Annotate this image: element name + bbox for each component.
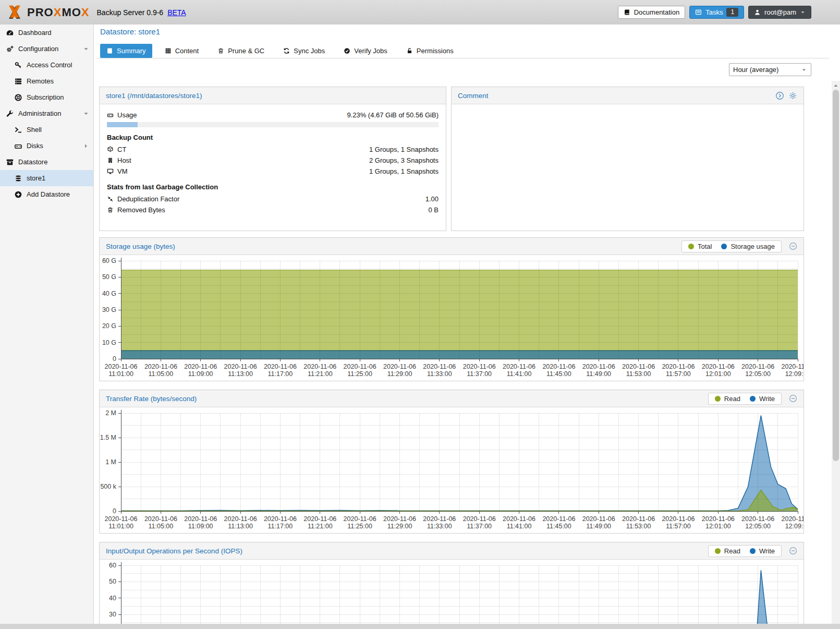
legend-item-write[interactable]: Write [750, 395, 775, 403]
gear-icon[interactable] [788, 91, 797, 100]
svg-text:40 G: 40 G [102, 290, 116, 297]
svg-text:2020-11-06: 2020-11-06 [264, 515, 297, 523]
legend-item-total[interactable]: Total [688, 243, 712, 250]
proxmox-logo-mark [5, 3, 24, 22]
panel-title: Storage usage (bytes) [106, 243, 681, 250]
time-range-select[interactable]: Hour (average) [729, 63, 811, 76]
panel-header: store1 (/mnt/datastores/store1) [100, 87, 446, 104]
trash-icon [107, 207, 114, 213]
svg-text:60: 60 [109, 562, 116, 569]
beta-link[interactable]: BETA [167, 8, 186, 17]
svg-text:2020-11-06: 2020-11-06 [144, 363, 177, 370]
svg-text:11:45:00: 11:45:00 [546, 370, 571, 378]
chevron-right-icon[interactable] [83, 143, 89, 149]
svg-text:2020-11-06: 2020-11-06 [582, 363, 615, 370]
legend-item-read[interactable]: Read [715, 395, 740, 403]
tab-content[interactable]: Content [159, 44, 205, 58]
expand-circle-icon[interactable] [775, 91, 784, 100]
desktop-icon [107, 168, 114, 175]
sidebar-item-remotes[interactable]: Remotes [0, 73, 93, 89]
svg-text:12:01:00: 12:01:00 [705, 370, 731, 378]
svg-text:2020-11-06: 2020-11-06 [662, 363, 695, 370]
sidebar-item-store1[interactable]: store1 [0, 170, 93, 186]
sidebar-item-datastore[interactable]: Datastore [0, 154, 93, 170]
tab-verify-jobs[interactable]: Verify Jobs [337, 44, 394, 58]
sidebar-item-subscription[interactable]: Subscription [0, 89, 93, 105]
vertical-scrollbar[interactable] [832, 81, 840, 624]
sidebar-item-dashboard[interactable]: Dashboard [0, 25, 93, 41]
svg-text:10 G: 10 G [102, 339, 116, 346]
book-icon [106, 47, 113, 54]
svg-text:11:05:00: 11:05:00 [149, 523, 174, 530]
svg-text:11:29:00: 11:29:00 [387, 523, 412, 530]
svg-text:0: 0 [113, 507, 116, 515]
comment-panel: Comment [451, 87, 804, 231]
sidebar-item-administration[interactable]: Administration [0, 105, 93, 122]
sidebar-item-add-datastore[interactable]: Add Datastore [0, 186, 93, 202]
svg-text:2020-11-06: 2020-11-06 [303, 515, 336, 523]
tasks-button[interactable]: Tasks 1 [689, 6, 744, 19]
user-menu-button[interactable]: root@pam [748, 6, 811, 19]
legend-item-read[interactable]: Read [715, 547, 740, 555]
svg-text:2020-11-06: 2020-11-06 [224, 515, 257, 523]
sidebar-item-label: store1 [27, 174, 45, 182]
gears-icon [6, 45, 14, 53]
svg-text:2020-11-06: 2020-11-06 [104, 363, 137, 370]
scrollbar-thumb[interactable] [833, 90, 839, 461]
sidebar-item-label: Datastore [18, 158, 47, 166]
sidebar-item-disks[interactable]: Disks [0, 138, 93, 154]
sidebar-item-shell[interactable]: Shell [0, 122, 93, 138]
svg-text:11:01:00: 11:01:00 [108, 523, 133, 530]
datastore-summary-panel: store1 (/mnt/datastores/store1) Usage 9.… [99, 87, 446, 231]
svg-text:12:01:00: 12:01:00 [705, 523, 731, 530]
usage-value: 9.23% (4.67 GiB of 50.56 GiB) [347, 111, 439, 119]
sidebar-item-label: Dashboard [18, 29, 52, 37]
scrollbar-up-arrow[interactable] [832, 82, 840, 89]
page-title: Datastore: store1 [100, 27, 160, 36]
svg-text:11:53:00: 11:53:00 [626, 523, 651, 530]
sidebar-item-configuration[interactable]: Configuration [0, 41, 93, 57]
grid-icon [165, 47, 172, 54]
tab-summary[interactable]: Summary [100, 44, 152, 58]
svg-text:11:29:00: 11:29:00 [387, 370, 412, 378]
panel-tools [775, 91, 797, 100]
usage-row: Usage 9.23% (4.67 GiB of 50.56 GiB) [107, 110, 439, 120]
svg-text:2020-11-06: 2020-11-06 [741, 515, 774, 523]
svg-text:11:13:00: 11:13:00 [228, 523, 253, 530]
documentation-button[interactable]: Documentation [618, 6, 685, 19]
usage-progress-fill [107, 122, 138, 127]
dashboard-icon [6, 29, 14, 37]
compress-icon [107, 196, 114, 202]
storage-usage-plot: 010 G20 G30 G40 G50 G60 G2020-11-0611:01… [100, 255, 804, 381]
svg-text:30: 30 [109, 611, 116, 618]
legend-dot [750, 548, 756, 554]
svg-text:0: 0 [113, 355, 116, 362]
tab-permissions[interactable]: Permissions [400, 44, 460, 58]
app: PROXMOX Backup Server 0.9-6 BETA Documen… [0, 0, 840, 629]
key-icon [14, 61, 22, 69]
panel-header: Transfer Rate (bytes/second) ReadWrite [100, 390, 804, 407]
collapse-panel-icon[interactable] [789, 242, 797, 250]
chevron-down-icon[interactable] [83, 111, 89, 117]
tab-prune-gc[interactable]: Prune & GC [211, 44, 271, 58]
collapse-panel-icon[interactable] [789, 394, 797, 403]
panel-title: Input/Output Operations per Second (IOPS… [106, 547, 708, 555]
legend-item-storage-usage[interactable]: Storage usage [721, 243, 775, 250]
panel-body: Usage 9.23% (4.67 GiB of 50.56 GiB) Back… [100, 104, 446, 221]
legend-dot [721, 244, 727, 249]
chevron-down-icon[interactable] [83, 46, 89, 52]
comment-body[interactable] [452, 104, 804, 231]
hdd-icon [14, 142, 22, 150]
tab-sync-jobs[interactable]: Sync Jobs [277, 44, 331, 58]
svg-text:11:33:00: 11:33:00 [427, 523, 452, 530]
collapse-panel-icon[interactable] [789, 547, 797, 555]
svg-text:2020-11-06: 2020-11-06 [781, 515, 804, 523]
rows-icon [14, 77, 22, 86]
legend-item-write[interactable]: Write [750, 547, 775, 555]
svg-text:11:13:00: 11:13:00 [228, 370, 253, 378]
iops-panel: Input/Output Operations per Second (IOPS… [99, 542, 804, 629]
backup-row-ct: CT1 Groups, 1 Snapshots [107, 144, 439, 155]
chevron-down-icon [800, 9, 806, 15]
sidebar-item-access-control[interactable]: Access Control [0, 57, 93, 73]
backup-count-rows: CT1 Groups, 1 SnapshotsHost2 Groups, 3 S… [107, 144, 439, 177]
